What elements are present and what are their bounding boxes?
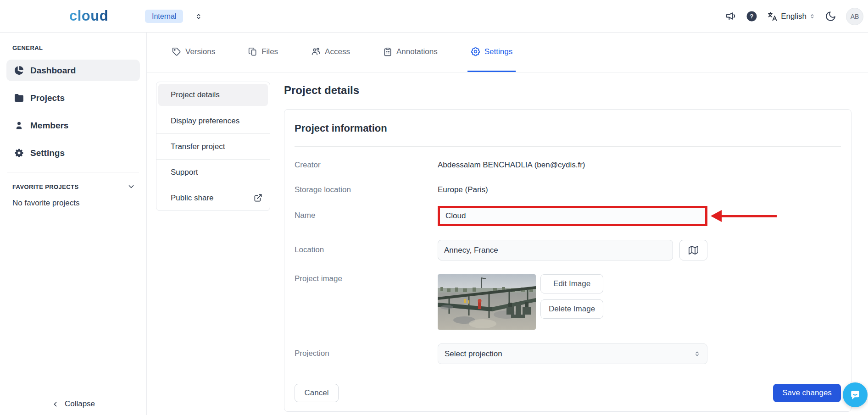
- tab-label: Files: [262, 47, 278, 56]
- storage-location-value: Europe (Paris): [438, 185, 488, 194]
- app-logo[interactable]: cloud: [69, 8, 108, 24]
- projection-select[interactable]: Select projection: [438, 343, 707, 364]
- tab-files[interactable]: Files: [245, 33, 281, 72]
- settings-nav: Project details Display preferences Tran…: [156, 82, 270, 211]
- projection-row: Projection Select projection: [295, 343, 841, 364]
- projection-select-value: Select projection: [445, 349, 502, 359]
- gear-icon: [14, 148, 24, 158]
- folder-icon: [14, 93, 24, 103]
- sidebar-item-label: Settings: [30, 148, 65, 158]
- project-name-input[interactable]: [440, 208, 705, 224]
- map-icon: [689, 245, 698, 255]
- collapse-label: Collapse: [65, 399, 95, 409]
- svg-text:?: ?: [750, 13, 754, 20]
- dark-mode-moon-icon[interactable]: [825, 11, 836, 22]
- main-content: Versions Files Access Annotations Settin…: [147, 33, 868, 415]
- location-input[interactable]: [438, 240, 673, 260]
- people-icon: [311, 47, 321, 56]
- card-divider: [295, 146, 841, 147]
- help-icon[interactable]: ?: [746, 11, 757, 22]
- tab-label: Settings: [484, 47, 512, 56]
- sidebar-item-dashboard[interactable]: Dashboard: [6, 60, 140, 81]
- user-avatar[interactable]: AB: [846, 8, 863, 25]
- settings-nav-label: Project details: [171, 90, 220, 100]
- topbar: cloud Internal ? English AB: [0, 0, 868, 33]
- chevron-down-icon: [127, 183, 135, 191]
- clipboard-icon: [383, 47, 392, 56]
- open-map-button[interactable]: [679, 240, 707, 260]
- creator-row: Creator Abdessalam BENCHADLIA (ben@cydis…: [295, 160, 841, 170]
- tab-settings[interactable]: Settings: [467, 33, 516, 72]
- translate-icon: [767, 11, 778, 22]
- pie-chart-icon: [14, 66, 24, 75]
- gear-icon: [471, 47, 480, 56]
- projection-label: Projection: [295, 343, 438, 364]
- announcements-megaphone-icon[interactable]: [725, 11, 736, 22]
- name-label: Name: [295, 206, 438, 226]
- chevron-left-icon: [51, 400, 59, 408]
- tab-label: Versions: [185, 47, 215, 56]
- sidebar: GENERAL Dashboard Projects Members Setti…: [0, 33, 147, 415]
- storage-location-row: Storage location Europe (Paris): [295, 185, 841, 194]
- edit-image-button[interactable]: Edit Image: [540, 274, 603, 293]
- project-information-card: Project information Creator Abdessalam B…: [284, 109, 851, 412]
- tab-versions[interactable]: Versions: [169, 33, 218, 72]
- select-chevrons-icon: [694, 350, 701, 358]
- person-icon: [14, 121, 24, 130]
- cancel-button[interactable]: Cancel: [295, 384, 339, 402]
- settings-nav-display-preferences[interactable]: Display preferences: [156, 108, 270, 133]
- sidebar-item-projects[interactable]: Projects: [6, 87, 140, 109]
- save-changes-button[interactable]: Save changes: [773, 384, 841, 402]
- settings-nav-transfer-project[interactable]: Transfer project: [156, 133, 270, 159]
- chat-launcher-button[interactable]: [843, 382, 868, 407]
- annotation-arrow: [711, 210, 777, 222]
- sidebar-collapse-button[interactable]: Collapse: [0, 399, 146, 409]
- language-label: English: [781, 12, 807, 21]
- sidebar-item-label: Dashboard: [30, 66, 76, 76]
- creator-label: Creator: [295, 160, 438, 170]
- project-tabs: Versions Files Access Annotations Settin…: [147, 33, 868, 72]
- tab-access[interactable]: Access: [308, 33, 353, 72]
- favorite-projects-header[interactable]: FAVORITE PROJECTS: [12, 183, 135, 191]
- tab-annotations[interactable]: Annotations: [380, 33, 441, 72]
- arrow-shaft: [722, 215, 777, 217]
- page-title: Project details: [284, 84, 851, 97]
- sidebar-divider: [7, 172, 139, 172]
- name-row: Name: [295, 206, 841, 226]
- language-chevrons-icon: [809, 13, 815, 20]
- tag-icon: [172, 47, 181, 56]
- sidebar-item-label: Members: [30, 121, 68, 131]
- sidebar-item-members[interactable]: Members: [6, 115, 140, 136]
- location-label: Location: [295, 240, 438, 260]
- tab-label: Annotations: [396, 47, 438, 56]
- external-link-icon: [254, 194, 262, 202]
- workspace-badge[interactable]: Internal: [145, 10, 183, 23]
- favorite-projects-title: FAVORITE PROJECTS: [12, 183, 79, 190]
- language-selector[interactable]: English: [767, 11, 815, 22]
- settings-nav-public-share[interactable]: Public share: [156, 185, 270, 210]
- settings-nav-support[interactable]: Support: [156, 159, 270, 185]
- files-icon: [248, 47, 257, 56]
- settings-nav-label: Support: [171, 168, 198, 177]
- arrow-head: [711, 210, 722, 222]
- sidebar-item-settings[interactable]: Settings: [6, 142, 140, 164]
- workspace-switcher-chevrons-icon[interactable]: [195, 12, 202, 21]
- settings-nav-label: Public share: [171, 194, 214, 203]
- chat-bubble-icon: [849, 388, 862, 401]
- favorites-empty-text: No favorite projects: [12, 199, 146, 208]
- project-image-row: Project image: [295, 274, 841, 330]
- settings-nav-project-details[interactable]: Project details: [156, 82, 270, 108]
- delete-image-button[interactable]: Delete Image: [540, 299, 603, 319]
- sidebar-item-label: Projects: [30, 93, 65, 103]
- tab-label: Access: [325, 47, 350, 56]
- project-image-thumbnail: [438, 274, 536, 330]
- location-row: Location: [295, 240, 841, 260]
- card-title: Project information: [295, 122, 841, 134]
- settings-nav-label: Transfer project: [171, 142, 225, 151]
- sidebar-section-general: GENERAL: [12, 44, 146, 51]
- project-image-label: Project image: [295, 274, 438, 330]
- name-highlight-frame: [438, 206, 707, 226]
- settings-nav-label: Display preferences: [171, 116, 239, 126]
- storage-location-label: Storage location: [295, 185, 438, 194]
- creator-value: Abdessalam BENCHADLIA (ben@cydis.fr): [438, 160, 585, 170]
